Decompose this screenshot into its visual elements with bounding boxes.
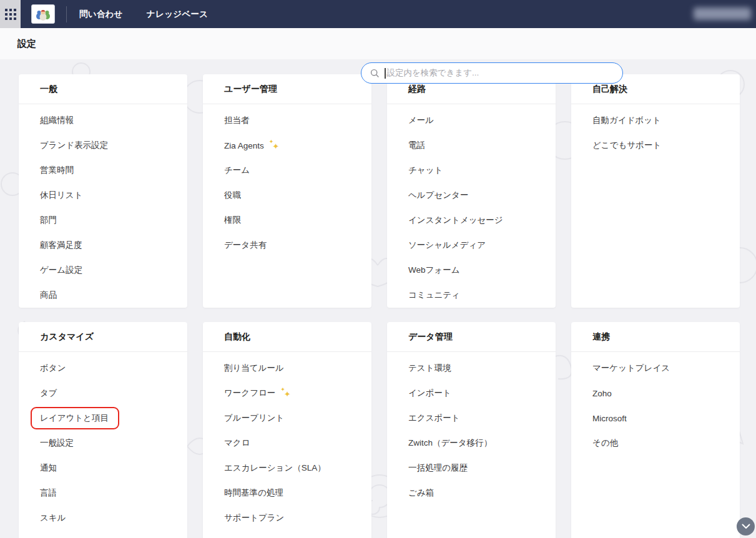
settings-item[interactable]: メールテンプレート: [19, 531, 187, 538]
settings-item-label: マーケットプレイス: [592, 363, 670, 374]
settings-item-label: ヘルプセンター: [408, 190, 468, 201]
nav-item-tickets[interactable]: 問い合わせ: [79, 9, 123, 20]
section-title-text: 連携: [592, 331, 610, 343]
settings-item[interactable]: サポートプラン: [203, 506, 371, 531]
section-title-text: 自動化: [224, 331, 250, 343]
section-title-text: カスタマイズ: [40, 331, 94, 343]
app-logo[interactable]: [31, 4, 55, 24]
settings-item[interactable]: ブループリント: [203, 406, 371, 431]
grid-icon: [5, 9, 16, 20]
settings-item[interactable]: スケジュール処理: [203, 531, 371, 538]
settings-item[interactable]: データ共有: [203, 233, 371, 258]
redacted-account-badge[interactable]: [694, 7, 751, 20]
settings-item[interactable]: レイアウトと項目: [19, 406, 187, 431]
page-title: 設定: [17, 38, 36, 50]
settings-item[interactable]: その他: [571, 431, 740, 456]
settings-item[interactable]: 時間基準の処理: [203, 481, 371, 506]
settings-item[interactable]: Zwitch（データ移行）: [387, 431, 556, 456]
settings-item[interactable]: ゲーム設定: [19, 258, 187, 283]
settings-item-label: 割り当てルール: [224, 363, 284, 374]
settings-item-label: 商品: [40, 290, 57, 301]
section-title-text: 一般: [40, 84, 57, 95]
settings-item[interactable]: テスト環境: [387, 356, 556, 381]
settings-item[interactable]: インスタントメッセージ: [387, 208, 556, 233]
settings-item-label: Zwitch（データ移行）: [408, 438, 492, 449]
settings-item-label: サポートプラン: [224, 512, 284, 524]
settings-item[interactable]: 権限: [203, 208, 371, 233]
settings-item[interactable]: 担当者: [203, 108, 371, 133]
section-items: 担当者Zia Agents✦✦チーム役職権限データ共有: [203, 104, 371, 258]
settings-item[interactable]: 電話: [387, 133, 556, 158]
settings-item-label: どこでもサポート: [592, 140, 661, 151]
settings-item[interactable]: 役職: [203, 183, 371, 208]
settings-item-label: 担当者: [224, 115, 250, 126]
settings-item[interactable]: ボタン: [19, 356, 187, 381]
zia-sparkle-icon: ✦✦: [280, 387, 292, 395]
zia-sparkle-icon: ✦✦: [269, 139, 280, 147]
settings-item-label: チャット: [408, 165, 443, 176]
settings-item[interactable]: コミュニティ: [387, 283, 556, 308]
settings-item[interactable]: 通知: [19, 456, 187, 481]
settings-item-label: 通知: [40, 462, 57, 474]
search-icon: [370, 69, 380, 78]
settings-item[interactable]: 自動ガイドボット: [571, 108, 740, 133]
settings-item-label: ブランド表示設定: [40, 140, 108, 151]
settings-item[interactable]: マーケットプレイス: [571, 356, 740, 381]
settings-item[interactable]: 顧客満足度: [19, 233, 187, 258]
section-items: マーケットプレイスZohoMicrosoftその他: [571, 352, 740, 456]
section-title-text: 経路: [408, 84, 426, 95]
settings-item[interactable]: スキル: [19, 506, 187, 531]
settings-item[interactable]: 商品: [19, 283, 187, 308]
settings-item[interactable]: 言語: [19, 481, 187, 506]
settings-item[interactable]: Microsoft: [571, 406, 740, 431]
nav-item-knowledge-base[interactable]: ナレッジベース: [147, 9, 209, 20]
settings-item-label: エスカレーション（SLA）: [224, 462, 326, 474]
settings-item[interactable]: ソーシャルメディア: [387, 233, 556, 258]
settings-item[interactable]: エクスポート: [387, 406, 556, 431]
settings-item-label: ブループリント: [224, 413, 284, 424]
settings-search-input[interactable]: 設定内を検索できます...: [361, 62, 623, 84]
settings-item[interactable]: タブ: [19, 381, 187, 406]
settings-item-label: 自動ガイドボット: [592, 115, 661, 126]
settings-item-label: 電話: [408, 140, 425, 151]
settings-item-label: 時間基準の処理: [224, 487, 283, 499]
settings-item[interactable]: 休日リスト: [19, 183, 187, 208]
settings-item[interactable]: インポート: [387, 381, 556, 406]
settings-item[interactable]: 一般設定: [19, 431, 187, 456]
settings-item-label: ソーシャルメディア: [408, 240, 486, 251]
settings-item[interactable]: マクロ: [203, 431, 371, 456]
section-title: ユーザー管理: [203, 74, 371, 104]
chevron-down-icon: [742, 524, 750, 529]
settings-item-label: テスト環境: [408, 363, 451, 374]
settings-item[interactable]: どこでもサポート: [571, 133, 740, 158]
settings-item-label: タブ: [40, 388, 57, 399]
settings-item[interactable]: 割り当てルール: [203, 356, 371, 381]
settings-item[interactable]: ブランド表示設定: [19, 133, 187, 158]
settings-item[interactable]: Zia Agents✦✦: [203, 133, 371, 158]
settings-item[interactable]: エスカレーション（SLA）: [203, 456, 371, 481]
settings-item-label: 営業時間: [40, 165, 74, 176]
settings-item[interactable]: Zoho: [571, 381, 740, 406]
settings-item-label: ワークフロー: [224, 388, 275, 399]
settings-item-label: 一括処理の履歴: [408, 462, 468, 474]
scroll-down-button[interactable]: [737, 517, 755, 536]
settings-item[interactable]: Webフォーム: [387, 258, 556, 283]
search-placeholder: 設定内を検索できます...: [387, 67, 479, 79]
settings-item[interactable]: 部門: [19, 208, 187, 233]
settings-item[interactable]: 一括処理の履歴: [387, 456, 556, 481]
settings-item-label: レイアウトと項目: [40, 413, 109, 424]
settings-item[interactable]: ヘルプセンター: [387, 183, 556, 208]
settings-item[interactable]: ワークフロー✦✦: [203, 381, 371, 406]
settings-item-label: 言語: [40, 487, 57, 499]
settings-item-label: インポート: [408, 388, 451, 399]
settings-item[interactable]: メール: [387, 108, 556, 133]
settings-item[interactable]: 営業時間: [19, 158, 187, 183]
settings-item-label: チーム: [224, 165, 250, 176]
settings-item[interactable]: ごみ箱: [387, 481, 556, 506]
settings-item-label: Zia Agents: [224, 141, 264, 150]
settings-item[interactable]: チーム: [203, 158, 371, 183]
section-title-text: データ管理: [408, 331, 453, 343]
settings-item[interactable]: チャット: [387, 158, 556, 183]
settings-item[interactable]: 組織情報: [19, 108, 187, 133]
app-launcher-icon[interactable]: [0, 0, 21, 28]
